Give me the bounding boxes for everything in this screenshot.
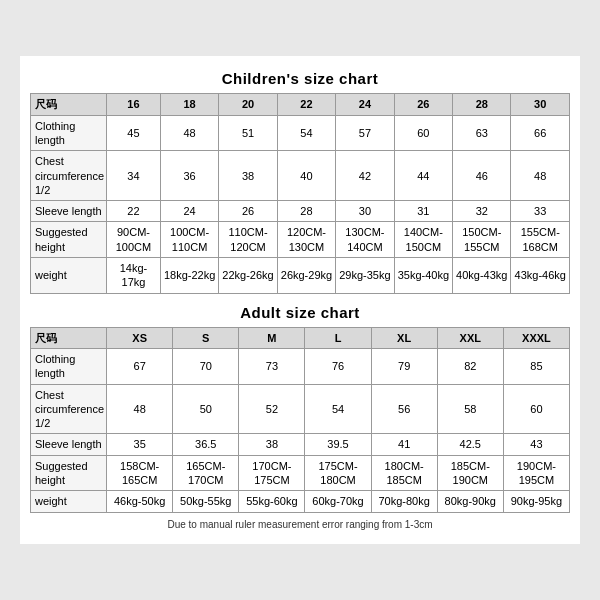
header-size: L [305,327,371,348]
row-value: 185CM-190CM [437,455,503,491]
row-value: 43kg-46kg [511,258,570,294]
table-row: Sleeve length2224262830313233 [31,201,570,222]
row-value: 43 [503,434,569,455]
row-value: 24 [160,201,218,222]
table-row: Clothing length67707376798285 [31,348,570,384]
row-value: 54 [305,384,371,434]
row-label: Suggested height [31,455,107,491]
header-size: 18 [160,94,218,115]
row-value: 110CM-120CM [219,222,277,258]
header-size: XXXL [503,327,569,348]
row-value: 22kg-26kg [219,258,277,294]
row-value: 76 [305,348,371,384]
row-value: 82 [437,348,503,384]
table-row: Chest circumference 1/23436384042444648 [31,151,570,201]
adult-table: 尺码XSSMLXLXXLXXXLClothing length677073767… [30,327,570,513]
row-value: 42 [336,151,394,201]
row-value: 41 [371,434,437,455]
row-value: 70 [173,348,239,384]
measurement-note: Due to manual ruler measurement error ra… [30,519,570,530]
row-value: 70kg-80kg [371,491,437,512]
row-label: Sleeve length [31,434,107,455]
row-value: 58 [437,384,503,434]
header-size: 28 [453,94,511,115]
row-value: 33 [511,201,570,222]
row-value: 56 [371,384,437,434]
table-row: Suggested height90CM-100CM100CM-110CM110… [31,222,570,258]
row-value: 100CM-110CM [160,222,218,258]
row-value: 30 [336,201,394,222]
row-label: Suggested height [31,222,107,258]
row-value: 55kg-60kg [239,491,305,512]
row-value: 36.5 [173,434,239,455]
row-value: 51 [219,115,277,151]
row-value: 90CM-100CM [107,222,161,258]
children-table: 尺码1618202224262830Clothing length4548515… [30,93,570,293]
row-value: 90kg-95kg [503,491,569,512]
table-row: Sleeve length3536.53839.54142.543 [31,434,570,455]
adult-chart-title: Adult size chart [30,304,570,321]
row-value: 155CM-168CM [511,222,570,258]
header-size: 20 [219,94,277,115]
children-chart-title: Children's size chart [30,70,570,87]
row-value: 36 [160,151,218,201]
row-value: 48 [107,384,173,434]
row-value: 60 [394,115,452,151]
row-label: Sleeve length [31,201,107,222]
row-value: 130CM-140CM [336,222,394,258]
row-value: 35kg-40kg [394,258,452,294]
row-value: 67 [107,348,173,384]
row-value: 63 [453,115,511,151]
row-label: Chest circumference 1/2 [31,151,107,201]
row-value: 39.5 [305,434,371,455]
table-row: weight14kg-17kg18kg-22kg22kg-26kg26kg-29… [31,258,570,294]
header-label: 尺码 [31,327,107,348]
row-value: 14kg-17kg [107,258,161,294]
row-value: 120CM-130CM [277,222,335,258]
row-value: 42.5 [437,434,503,455]
header-size: 30 [511,94,570,115]
table-row: Clothing length4548515457606366 [31,115,570,151]
row-value: 165CM-170CM [173,455,239,491]
row-value: 57 [336,115,394,151]
row-value: 26kg-29kg [277,258,335,294]
row-value: 73 [239,348,305,384]
row-value: 175CM-180CM [305,455,371,491]
row-value: 60kg-70kg [305,491,371,512]
row-label: weight [31,491,107,512]
row-value: 66 [511,115,570,151]
header-size: 26 [394,94,452,115]
row-value: 50 [173,384,239,434]
row-value: 180CM-185CM [371,455,437,491]
header-size: 16 [107,94,161,115]
row-value: 45 [107,115,161,151]
row-value: 34 [107,151,161,201]
header-size: M [239,327,305,348]
row-value: 31 [394,201,452,222]
row-value: 54 [277,115,335,151]
row-value: 48 [160,115,218,151]
row-label: Chest circumference 1/2 [31,384,107,434]
table-row: weight46kg-50kg50kg-55kg55kg-60kg60kg-70… [31,491,570,512]
row-value: 32 [453,201,511,222]
row-value: 28 [277,201,335,222]
row-value: 26 [219,201,277,222]
row-value: 46 [453,151,511,201]
row-label: Clothing length [31,348,107,384]
table-row: Chest circumference 1/248505254565860 [31,384,570,434]
row-value: 170CM-175CM [239,455,305,491]
header-size: XS [107,327,173,348]
header-size: XL [371,327,437,348]
row-value: 52 [239,384,305,434]
header-label: 尺码 [31,94,107,115]
row-value: 35 [107,434,173,455]
row-label: weight [31,258,107,294]
row-value: 85 [503,348,569,384]
row-value: 150CM-155CM [453,222,511,258]
row-value: 38 [239,434,305,455]
row-value: 38 [219,151,277,201]
row-value: 46kg-50kg [107,491,173,512]
row-value: 50kg-55kg [173,491,239,512]
size-chart-container: Children's size chart 尺码1618202224262830… [20,56,580,543]
row-value: 22 [107,201,161,222]
